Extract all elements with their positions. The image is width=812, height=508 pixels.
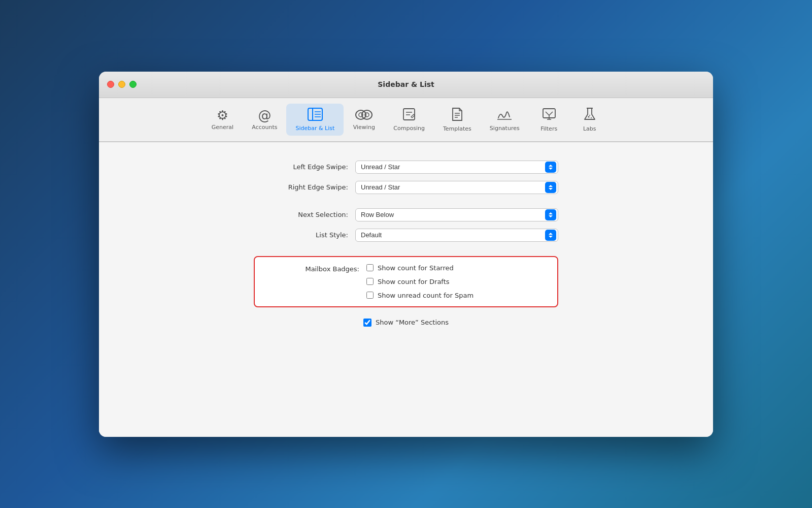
toolbar: ⚙️ General @ Accounts Sidebar & List [99,98,713,142]
tab-accounts[interactable]: @ Accounts [243,105,286,135]
list-style-select[interactable]: Default Compact Comfortable [355,229,558,242]
svg-point-21 [591,117,592,118]
right-edge-swipe-label: Right Edge Swipe: [254,183,355,191]
titlebar: Sidebar & List [99,72,713,98]
svg-point-5 [356,110,366,119]
svg-point-22 [589,115,590,116]
list-style-label: List Style: [254,231,355,239]
left-edge-swipe-label: Left Edge Swipe: [254,163,355,171]
tab-sidebar[interactable]: Sidebar & List [286,104,344,136]
left-edge-swipe-row: Left Edge Swipe: Unread / Star Archive D… [254,161,558,174]
right-edge-swipe-control: Unread / Star Archive Delete None [355,181,558,194]
left-edge-swipe-select[interactable]: Unread / Star Archive Delete None [355,161,558,174]
tab-sidebar-label: Sidebar & List [295,125,334,132]
tab-signatures-label: Signatures [490,125,520,132]
tab-templates[interactable]: Templates [434,103,481,136]
tab-signatures[interactable]: Signatures [481,104,529,136]
more-sections-label: Show “More” Sections [376,319,449,326]
more-sections-checkbox[interactable] [363,319,371,327]
viewing-icon [355,109,373,122]
maximize-button[interactable] [129,81,137,88]
count-starred-checkbox[interactable] [366,264,374,271]
check-row-starred: Show count for Starred [366,264,547,272]
list-style-row: List Style: Default Compact Comfortable [254,229,558,242]
close-button[interactable] [107,81,114,88]
sidebar-icon [308,108,323,123]
tab-general-label: General [212,124,233,131]
templates-icon [451,107,463,123]
tab-general[interactable]: ⚙️ General [202,105,243,135]
tab-composing[interactable]: Composing [384,104,434,136]
tab-templates-label: Templates [443,125,471,132]
next-selection-select[interactable]: Row Below Row Above None [355,208,558,221]
more-sections-row: Show “More” Sections [363,319,449,327]
next-selection-wrapper: Row Below Row Above None [355,208,558,221]
check-row-drafts: Show count for Drafts [366,278,547,285]
tab-labs[interactable]: Labs [569,103,610,136]
next-selection-row: Next Selection: Row Below Row Above None [254,208,558,221]
svg-rect-9 [403,109,415,120]
tab-viewing-label: Viewing [353,124,375,131]
count-spam-checkbox[interactable] [366,292,374,299]
list-style-wrapper: Default Compact Comfortable [355,229,558,242]
mailbox-badges-checks: Show count for Starred Show count for Dr… [366,264,547,299]
check-row-spam: Show unread count for Spam [366,292,547,299]
tab-filters[interactable]: Filters [529,103,569,136]
tab-composing-label: Composing [393,125,425,132]
right-edge-swipe-select[interactable]: Unread / Star Archive Delete None [355,181,558,194]
svg-point-20 [588,116,589,117]
tab-filters-label: Filters [540,125,557,132]
accounts-icon: @ [258,109,271,122]
svg-point-6 [362,110,372,119]
composing-icon [402,108,416,123]
traffic-lights [99,81,137,88]
count-drafts-label: Show count for Drafts [378,278,450,285]
mailbox-badges-row: Mailbox Badges: Show count for Starred S… [265,264,547,299]
labs-icon [583,107,597,123]
left-edge-swipe-control: Unread / Star Archive Delete None [355,161,558,174]
minimize-button[interactable] [118,81,125,88]
gear-icon: ⚙️ [217,109,228,122]
settings-form: Left Edge Swipe: Unread / Star Archive D… [129,161,683,327]
tab-viewing[interactable]: Viewing [344,105,384,135]
mailbox-badges-section: Mailbox Badges: Show count for Starred S… [254,256,558,307]
right-edge-swipe-wrapper: Unread / Star Archive Delete None [355,181,558,194]
list-style-control: Default Compact Comfortable [355,229,558,242]
tab-labs-label: Labs [583,125,596,132]
right-edge-swipe-row: Right Edge Swipe: Unread / Star Archive … [254,181,558,194]
left-edge-swipe-wrapper: Unread / Star Archive Delete None [355,161,558,174]
next-selection-control: Row Below Row Above None [355,208,558,221]
window-title: Sidebar & List [378,80,434,88]
next-selection-label: Next Selection: [254,211,355,218]
count-spam-label: Show unread count for Spam [378,292,473,299]
app-window: Sidebar & List ⚙️ General @ Accounts Sid… [99,72,713,437]
tab-accounts-label: Accounts [252,124,277,131]
mailbox-badges-label: Mailbox Badges: [265,264,366,273]
signatures-icon [496,108,513,123]
count-drafts-checkbox[interactable] [366,278,374,285]
count-starred-label: Show count for Starred [378,264,454,272]
content-area: Left Edge Swipe: Unread / Star Archive D… [99,142,713,437]
filters-icon [542,107,556,123]
